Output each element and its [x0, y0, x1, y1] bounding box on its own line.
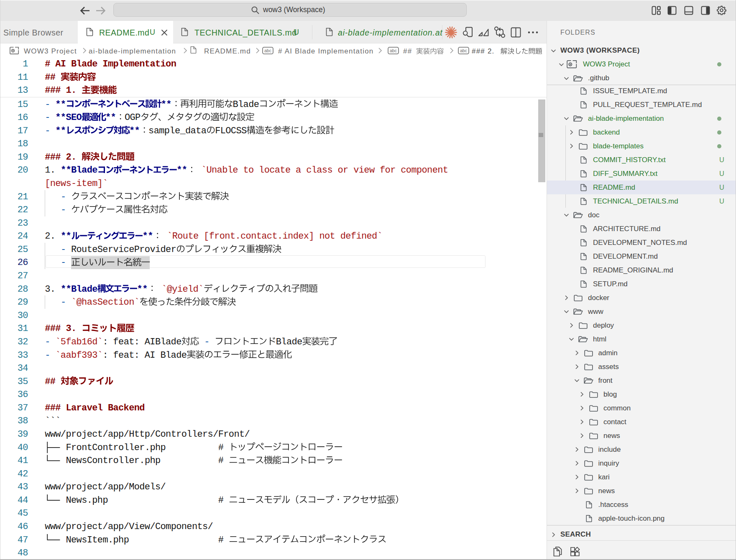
- svg-text:abc: abc: [390, 48, 397, 53]
- svg-text:abc: abc: [460, 48, 467, 53]
- svg-text:abc: abc: [264, 48, 271, 53]
